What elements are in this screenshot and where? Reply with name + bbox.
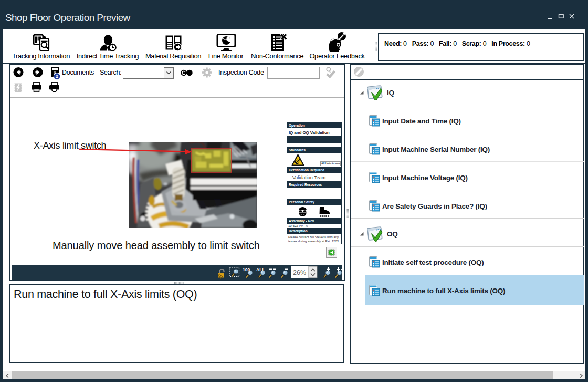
svg-text:2: 2 bbox=[56, 74, 58, 79]
svg-text:ALL: ALL bbox=[256, 267, 265, 272]
svg-text:26%: 26% bbox=[293, 269, 306, 276]
svg-text:100: 100 bbox=[243, 267, 250, 272]
